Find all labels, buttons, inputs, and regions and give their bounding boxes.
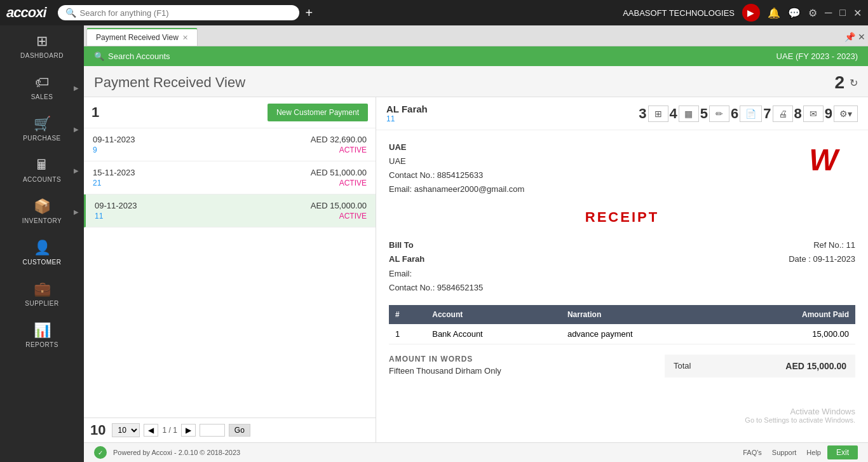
sidebar-item-inventory[interactable]: 📦 INVENTORY ▶ xyxy=(0,191,84,232)
maximize-button[interactable]: □ xyxy=(839,7,846,18)
logo-w-icon: W xyxy=(809,142,837,177)
close-button[interactable]: ✕ xyxy=(853,7,862,19)
sidebar-item-accounts[interactable]: 🖩 ACCOUNTS ▶ xyxy=(0,149,84,191)
next-page-button[interactable]: ▶ xyxy=(181,424,196,437)
messages-button[interactable]: 💬 xyxy=(788,7,801,19)
activation-line2: Go to Settings to activate Windows. xyxy=(745,416,855,424)
receipt-body: UAE UAE Contact No.: 8854125633 Email: a… xyxy=(376,130,868,442)
exit-button[interactable]: Exit xyxy=(827,445,858,459)
badge-10: 10 xyxy=(90,422,105,438)
receipt-company-info: UAE UAE Contact No.: 8854125633 Email: a… xyxy=(389,140,524,196)
action-button-3[interactable]: ⊞ xyxy=(648,105,668,122)
bill-to-right: Ref No.: 11 Date : 09-11-2023 xyxy=(789,238,855,294)
sidebar: ⊞ DASHBOARD 🏷 SALES ▶ 🛒 PURCHASE ▶ 🖩 ACC… xyxy=(0,25,84,462)
action-button-8[interactable]: ✉ xyxy=(803,105,824,122)
go-button[interactable]: Go xyxy=(229,424,250,437)
tab-label: Payment Received View xyxy=(96,33,179,42)
add-tab-button[interactable]: + xyxy=(306,6,313,20)
accounts-arrow: ▶ xyxy=(74,166,79,173)
company-email: Email: ashanameer2000@gmail.com xyxy=(389,182,524,196)
company-name: AABASOFT TECHNOLOGIES xyxy=(623,8,735,18)
payment-item-3[interactable]: 09-11-2023 AED 15,000.00 11 ACTIVE xyxy=(84,194,376,228)
support-link[interactable]: Support xyxy=(772,449,797,456)
sidebar-label-supplier: SUPPLIER xyxy=(25,300,58,307)
action-badge-4: 4 xyxy=(670,105,677,122)
payment-status-2: ACTIVE xyxy=(339,179,367,187)
global-search-container[interactable]: 🔍 xyxy=(58,5,299,20)
sidebar-label-customer: CUSTOMER xyxy=(22,259,61,266)
left-panel: 1 New Customer Payment 09-11-2023 AED 32… xyxy=(84,97,376,442)
payment-item-1[interactable]: 09-11-2023 AED 32,690.00 9 ACTIVE xyxy=(84,128,376,161)
sidebar-label-purchase: PURCHASE xyxy=(23,135,61,142)
sales-arrow: ▶ xyxy=(74,84,79,91)
action-button-9[interactable]: ⚙▾ xyxy=(834,105,858,122)
customer-icon: 👤 xyxy=(34,240,51,256)
bill-to-name: AL Farah xyxy=(389,252,483,266)
tab-close-all-button[interactable]: ✕ xyxy=(858,32,865,42)
page-size-select[interactable]: 10 25 50 xyxy=(112,423,140,437)
company-country: UAE xyxy=(389,154,524,168)
payment-amount-1: AED 32,690.00 xyxy=(311,135,367,144)
user-avatar[interactable]: ▶ xyxy=(742,4,760,22)
notifications-button[interactable]: 🔔 xyxy=(768,7,780,19)
inventory-icon: 📦 xyxy=(34,198,51,215)
tab-pin-button[interactable]: 📌 xyxy=(844,32,855,42)
sidebar-item-customer[interactable]: 👤 CUSTOMER xyxy=(0,232,84,273)
sidebar-item-dashboard[interactable]: ⊞ DASHBOARD xyxy=(0,25,84,67)
company-contact: Contact No.: 8854125633 xyxy=(389,168,524,182)
action-badge-8: 8 xyxy=(794,105,802,122)
search-accounts-left[interactable]: 🔍 Search Accounts xyxy=(94,51,170,61)
sidebar-label-reports: REPORTS xyxy=(25,341,58,348)
action-badge-6: 6 xyxy=(731,105,738,122)
tab-payment-received[interactable]: Payment Received View ✕ xyxy=(86,28,198,46)
bill-to-section: Bill To AL Farah Email: Contact No.: 958… xyxy=(389,238,855,294)
refresh-button[interactable]: ↻ xyxy=(850,77,858,89)
minimize-button[interactable]: ─ xyxy=(825,7,832,18)
sidebar-label-sales: SALES xyxy=(31,93,53,100)
help-link[interactable]: Help xyxy=(806,449,821,456)
receipt-title: RECEIPT xyxy=(389,209,855,226)
settings-button[interactable]: ⚙ xyxy=(808,7,817,19)
app-logo: accoxi xyxy=(6,4,46,21)
total-label: Total xyxy=(674,361,691,370)
page-header-right: 2 ↻ xyxy=(834,72,858,93)
top-bar: accoxi 🔍 + AABASOFT TECHNOLOGIES ▶ 🔔 💬 ⚙… xyxy=(0,0,868,25)
page-header: Payment Received View 2 ↻ xyxy=(84,66,868,97)
table-row-1: 1 Bank Account advance payment 15,000.00 xyxy=(389,324,855,344)
sidebar-item-sales[interactable]: 🏷 SALES ▶ xyxy=(0,67,84,108)
action-button-4[interactable]: ▦ xyxy=(679,105,699,122)
payment-item-2[interactable]: 15-11-2023 AED 51,000.00 21 ACTIVE xyxy=(84,161,376,194)
payment-date-3: 09-11-2023 xyxy=(95,201,137,210)
prev-page-button[interactable]: ◀ xyxy=(144,424,158,437)
receipt-header-bar: AL Farah 11 3 ⊞ 4 ▦ 5 ✏ 6 📄 7 xyxy=(376,97,868,130)
receipt-date: Date : 09-11-2023 xyxy=(789,252,855,266)
payment-id-2: 21 xyxy=(93,179,101,187)
row1-num: 1 xyxy=(389,324,426,344)
row1-narration: advance payment xyxy=(561,324,728,344)
action-button-6[interactable]: 📄 xyxy=(740,105,762,122)
sidebar-item-purchase[interactable]: 🛒 PURCHASE ▶ xyxy=(0,108,84,149)
receipt-customer: AL Farah 11 xyxy=(386,104,428,123)
col-amount: Amount Paid xyxy=(728,305,855,324)
search-accounts-icon: 🔍 xyxy=(94,51,104,61)
sidebar-item-reports[interactable]: 📊 REPORTS xyxy=(0,315,84,356)
bill-to-label: Bill To xyxy=(389,238,483,252)
sidebar-item-supplier[interactable]: 💼 SUPPLIER xyxy=(0,273,84,315)
global-search-input[interactable] xyxy=(80,8,292,18)
sidebar-label-accounts: ACCOUNTS xyxy=(23,176,61,183)
tab-close-icon[interactable]: ✕ xyxy=(182,34,188,42)
action-button-5[interactable]: ✏ xyxy=(709,105,729,122)
tab-controls: 📌 ✕ xyxy=(844,32,868,42)
bill-to-contact: Contact No.: 9584652135 xyxy=(389,281,483,295)
accounts-icon: 🖩 xyxy=(35,157,49,173)
sidebar-label-inventory: INVENTORY xyxy=(22,217,62,224)
action-button-7[interactable]: 🖨 xyxy=(773,105,793,122)
activation-line1: Activate Windows xyxy=(745,407,855,416)
amount-words-section: AMOUNT IN WORDS Fifteen Thousand Dirham … xyxy=(389,355,855,377)
page-jump-input[interactable] xyxy=(200,424,225,437)
new-customer-payment-button[interactable]: New Customer Payment xyxy=(268,104,368,121)
receipt-table: # Account Narration Amount Paid 1 Bank A… xyxy=(389,305,855,344)
inventory-arrow: ▶ xyxy=(74,208,79,215)
faq-link[interactable]: FAQ's xyxy=(743,449,762,456)
receipt-actions: 3 ⊞ 4 ▦ 5 ✏ 6 📄 7 🖨 8 ✉ 9 xyxy=(639,105,858,122)
